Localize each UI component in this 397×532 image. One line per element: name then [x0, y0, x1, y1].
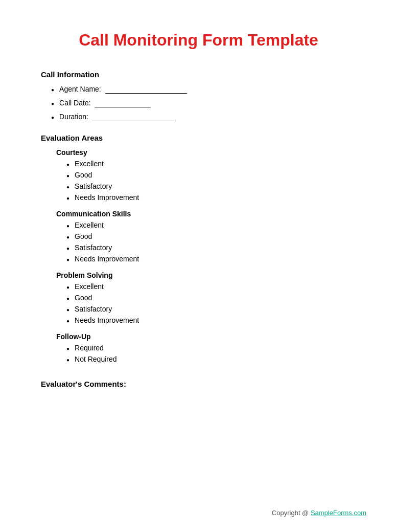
call-date-underline[interactable] — [95, 99, 151, 107]
list-item: Satisfactory — [66, 182, 356, 190]
list-item: Good — [66, 171, 356, 179]
list-item: Satisfactory — [66, 305, 356, 313]
footer: Copyright @ SampleForms.com — [272, 509, 366, 517]
problem-solving-category: Problem Solving Excellent Good Satisfact… — [56, 271, 356, 324]
courtesy-options: Excellent Good Satisfactory Needs Improv… — [66, 160, 356, 202]
page-container: Call Monitoring Form Template Call Infor… — [0, 0, 397, 419]
list-item: Satisfactory — [66, 243, 356, 252]
duration-field: Duration: — [51, 113, 356, 121]
agent-name-label: Agent Name: — [59, 85, 103, 93]
list-item: Excellent — [66, 221, 356, 229]
follow-up-category: Follow-Up Required Not Required — [56, 332, 356, 363]
list-item: Excellent — [66, 282, 356, 291]
evaluation-section: Evaluation Areas Courtesy Excellent Good… — [41, 134, 356, 363]
list-item: Good — [66, 232, 356, 240]
list-item: Needs Improvement — [66, 255, 356, 263]
list-item: Needs Improvement — [66, 316, 356, 324]
comments-label: Evaluator's Comments: — [41, 380, 126, 388]
evaluation-heading: Evaluation Areas — [41, 134, 356, 142]
duration-label: Duration: — [59, 113, 90, 121]
duration-underline[interactable] — [92, 113, 174, 121]
courtesy-title: Courtesy — [56, 148, 356, 157]
problem-solving-options: Excellent Good Satisfactory Needs Improv… — [66, 282, 356, 324]
call-date-field: Call Date: — [51, 99, 356, 107]
courtesy-category: Courtesy Excellent Good Satisfactory Nee… — [56, 148, 356, 202]
agent-name-underline[interactable] — [105, 85, 187, 94]
follow-up-title: Follow-Up — [56, 332, 356, 341]
call-information-section: Call Information Agent Name: Call Date: … — [41, 70, 356, 121]
page-title: Call Monitoring Form Template — [41, 31, 356, 50]
list-item: Required — [66, 344, 356, 352]
footer-text: Copyright @ — [272, 509, 311, 517]
comments-section: Evaluator's Comments: — [41, 380, 356, 389]
list-item: Needs Improvement — [66, 193, 356, 202]
problem-solving-title: Problem Solving — [56, 271, 356, 279]
footer-link[interactable]: SampleForms.com — [311, 509, 366, 517]
list-item: Good — [66, 294, 356, 302]
list-item: Not Required — [66, 355, 356, 363]
call-info-list: Agent Name: Call Date: Duration: — [51, 85, 356, 121]
communication-skills-category: Communication Skills Excellent Good Sati… — [56, 210, 356, 263]
agent-name-field: Agent Name: — [51, 85, 356, 94]
communication-skills-title: Communication Skills — [56, 210, 356, 218]
list-item: Excellent — [66, 160, 356, 168]
follow-up-options: Required Not Required — [66, 344, 356, 363]
communication-skills-options: Excellent Good Satisfactory Needs Improv… — [66, 221, 356, 263]
call-info-heading: Call Information — [41, 70, 356, 79]
call-date-label: Call Date: — [59, 99, 92, 107]
